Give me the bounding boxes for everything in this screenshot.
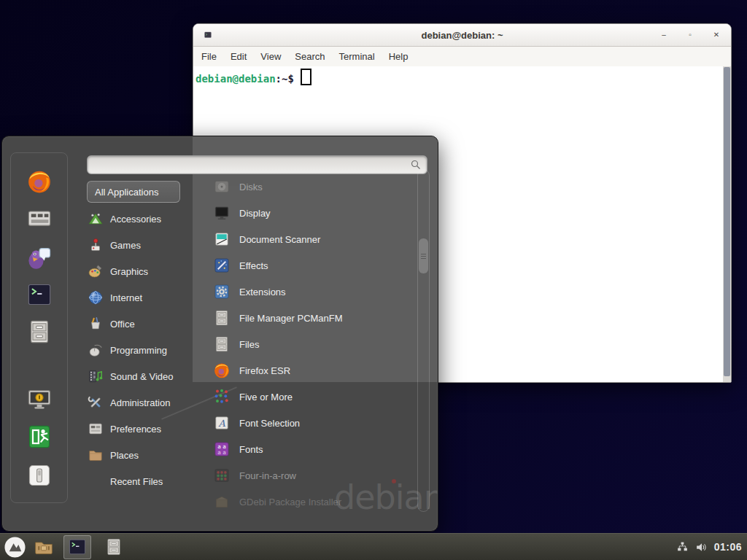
app-effects[interactable]: Effects	[209, 252, 416, 279]
category-office[interactable]: Office	[85, 311, 195, 337]
menubar-help[interactable]: Help	[389, 51, 409, 62]
app-four-in-a-row[interactable]: Four-in-a-row	[209, 462, 416, 489]
category-preferences[interactable]: Preferences	[85, 416, 195, 442]
internet-icon	[88, 289, 104, 306]
app-extensions[interactable]: Extensions	[209, 279, 416, 305]
app-label: Font Selection	[239, 418, 300, 429]
app-file-manager-pcmanfm[interactable]: File Manager PCManFM	[209, 305, 416, 331]
sound-video-icon	[88, 368, 104, 384]
terminal-scrollbar-thumb[interactable]	[724, 67, 730, 376]
app-display[interactable]: Display	[209, 200, 416, 226]
firefox-icon	[26, 168, 53, 195]
category-graphics[interactable]: Graphics	[85, 258, 195, 284]
taskbar-files-task[interactable]	[100, 535, 128, 559]
prompt-path: :~$	[276, 73, 294, 85]
terminal-scrollbar[interactable]	[723, 66, 731, 382]
category-sound-video[interactable]: Sound & Video	[85, 363, 195, 389]
category-label: Accessories	[110, 214, 161, 225]
app-label: Effects	[239, 260, 268, 271]
close-button[interactable]: ✕	[712, 31, 721, 39]
taskbar-tray: 01:06	[676, 541, 742, 553]
app-label: Files	[239, 339, 259, 350]
category-label: Sound & Video	[110, 371, 174, 382]
maximize-button[interactable]: ▫	[686, 31, 694, 39]
favorite-pidgin[interactable]	[26, 244, 53, 271]
terminal-menubar: FileEditViewSearchTerminalHelp	[193, 47, 731, 66]
app-font-selection[interactable]: AFont Selection	[209, 410, 416, 436]
shell-prompt: debian@debian:~$	[196, 69, 311, 85]
taskbar-terminal-task[interactable]	[63, 535, 91, 559]
favorite-terminal[interactable]	[26, 281, 53, 308]
app-label: Five or More	[239, 392, 293, 402]
menu-scrollbar-thumb[interactable]	[419, 238, 428, 273]
app-firefox-esr[interactable]: Firefox ESR	[209, 357, 416, 384]
games-icon	[88, 237, 104, 253]
five-or-more-icon	[213, 388, 231, 405]
desktop: debian@debian: ~ –▫✕ FileEditViewSearchT…	[0, 0, 747, 560]
taskbar-pcmanfm-launcher[interactable]	[33, 536, 55, 558]
terminal-mini-icon	[203, 30, 213, 40]
app-files[interactable]: Files	[209, 331, 416, 357]
prompt-user-host: debian@debian	[196, 73, 276, 85]
category-recent-files[interactable]: Recent Files	[85, 468, 195, 494]
pidgin-icon	[26, 244, 53, 271]
app-label: File Manager PCManFM	[239, 313, 343, 324]
search-input[interactable]	[88, 156, 410, 174]
menubar-file[interactable]: File	[201, 51, 217, 62]
menubar-view[interactable]: View	[260, 51, 281, 62]
menubar-terminal[interactable]: Terminal	[339, 51, 375, 62]
terminal-cursor	[301, 69, 311, 85]
four-in-a-row-icon	[213, 467, 231, 484]
minimize-button[interactable]: –	[659, 31, 668, 39]
favorites-column	[10, 152, 68, 503]
taskbar-items	[26, 535, 128, 559]
firefox-icon	[213, 362, 231, 379]
disks-icon	[213, 178, 231, 195]
app-five-or-more[interactable]: Five or More	[209, 384, 416, 410]
font-selection-icon: A	[213, 414, 231, 432]
favorite-shutdown[interactable]	[26, 462, 53, 489]
extensions-icon	[213, 283, 231, 300]
favorite-logout[interactable]	[26, 424, 53, 450]
network-icon[interactable]	[676, 541, 689, 553]
category-internet[interactable]: Internet	[85, 284, 195, 311]
category-label: Preferences	[110, 424, 161, 435]
category-programming[interactable]: Programming	[85, 337, 195, 363]
category-administration[interactable]: Administration	[85, 389, 195, 416]
app-gdebi-package-installer[interactable]: GDebi Package Installer	[209, 489, 416, 515]
app-label: Fonts	[239, 444, 263, 455]
clock[interactable]: 01:06	[714, 541, 742, 553]
favorite-keyboard-app[interactable]	[26, 205, 53, 231]
search-icon	[410, 159, 422, 171]
category-places[interactable]: Places	[85, 442, 195, 468]
app-disks[interactable]: Disks	[209, 174, 416, 200]
terminal-titlebar[interactable]: debian@debian: ~ –▫✕	[193, 24, 731, 47]
logout-icon	[26, 424, 53, 450]
volume-icon[interactable]	[695, 541, 708, 553]
category-label: Programming	[110, 345, 167, 356]
menu-scrollbar-track[interactable]	[417, 169, 430, 512]
categories-column: All ApplicationsAccessoriesGamesGraphics…	[85, 179, 195, 494]
taskbar-menu-button[interactable]	[4, 536, 26, 558]
app-fonts[interactable]: a aa aFonts	[209, 436, 416, 462]
app-document-scanner[interactable]: Document Scanner	[209, 226, 416, 252]
taskbar: 01:06	[0, 533, 747, 560]
menubar-edit[interactable]: Edit	[231, 51, 247, 62]
effects-icon	[213, 257, 231, 274]
category-games[interactable]: Games	[85, 232, 195, 258]
favorite-firefox[interactable]	[26, 168, 53, 195]
category-accessories[interactable]: Accessories	[85, 206, 195, 232]
favorite-lock-screen[interactable]	[26, 386, 53, 413]
menu-search-box	[87, 155, 427, 174]
application-menu: debian All ApplicationsAccessoriesGamesG…	[1, 136, 438, 532]
svg-text:a a: a a	[217, 449, 226, 456]
lock-screen-icon	[26, 386, 53, 413]
category-all-applications[interactable]: All Applications	[87, 181, 180, 203]
office-icon	[88, 316, 104, 332]
favorite-file-manager[interactable]	[26, 319, 53, 345]
menubar-search[interactable]: Search	[295, 51, 325, 62]
app-label: Document Scanner	[239, 234, 320, 245]
category-label: Office	[110, 319, 135, 330]
fonts-icon: a aa a	[213, 440, 231, 458]
keyboard-icon	[26, 205, 53, 231]
